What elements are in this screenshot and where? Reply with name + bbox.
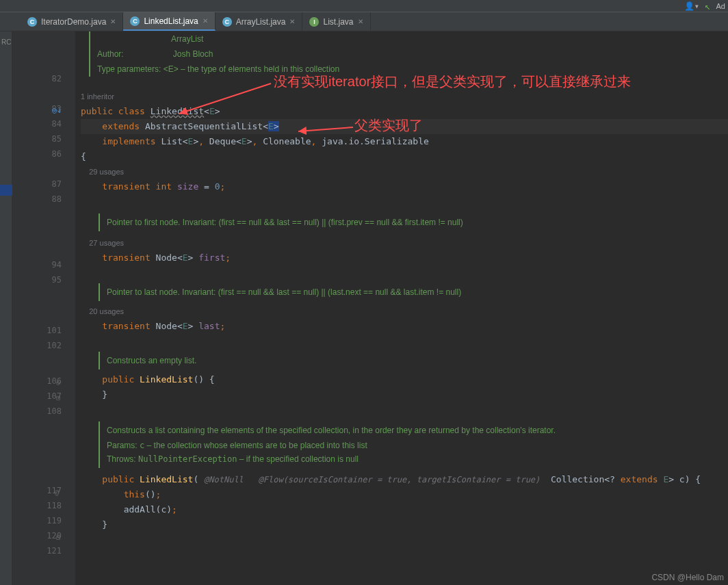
- line-num: 84: [12, 116, 62, 131]
- line-num: 101: [12, 323, 62, 338]
- line-num: 107⊟: [12, 389, 62, 404]
- line-num: 108: [12, 404, 62, 419]
- code-line-86[interactable]: {: [81, 149, 728, 164]
- svg-line-1: [298, 127, 353, 131]
- rc-label: RC: [1, 38, 11, 46]
- line-num: 86: [12, 146, 62, 161]
- doc-last-node: Pointer to last node. Invariant: (first …: [81, 281, 728, 304]
- code-line-101[interactable]: transient Node<E> last;: [81, 319, 728, 334]
- code-line-107[interactable]: }: [81, 387, 728, 402]
- left-marker: [0, 185, 12, 196]
- file-type-icon: C: [222, 17, 232, 27]
- tab-label: ArrayList.java: [236, 17, 286, 27]
- line-num: 119: [12, 513, 62, 528]
- editor-tabs: CIteratorDemo.java✕CLinkedList.java✕CArr…: [0, 12, 728, 31]
- line-num: 120⊟: [12, 528, 62, 543]
- file-type-icon: I: [309, 17, 319, 27]
- top-toolbar: 👤▾ ↖ Ad: [0, 0, 728, 12]
- code-line-94[interactable]: transient Node<E> first;: [81, 250, 728, 265]
- user-icon[interactable]: 👤▾: [684, 1, 699, 11]
- close-icon[interactable]: ✕: [358, 18, 363, 25]
- svg-line-0: [179, 83, 271, 114]
- annotation-mid: 父类实现了: [354, 116, 423, 135]
- code-line-119[interactable]: addAll(c);: [81, 502, 728, 517]
- line-num: 106⊖: [12, 374, 62, 389]
- tab-label: List.java: [323, 17, 353, 27]
- override-icon[interactable]: ◎↓: [52, 103, 60, 111]
- watermark: CSDN @Hello Dam: [651, 573, 724, 582]
- line-num: 83◎↓: [12, 101, 62, 116]
- tool-window-strip: RC: [0, 31, 12, 585]
- editor-area: RC 82 83◎↓ 84 85 86 87 88 94 95 101 102 …: [0, 31, 728, 585]
- line-num: 82: [12, 71, 62, 86]
- editor-tab[interactable]: IList.java✕: [302, 12, 370, 31]
- tab-label: IteratorDemo.java: [41, 17, 106, 27]
- line-num: 85: [12, 131, 62, 146]
- editor-tab[interactable]: CLinkedList.java✕: [123, 12, 215, 31]
- doc-first-node: Pointer to first node. Invariant: (first…: [81, 209, 728, 235]
- line-num: 118: [12, 498, 62, 513]
- line-num: 102: [12, 338, 62, 353]
- close-icon[interactable]: ✕: [289, 18, 295, 25]
- doc-empty-ctor: Constructs an empty list.: [81, 349, 728, 372]
- code-editor[interactable]: ArrayList Author:Josh Bloch Type paramet…: [75, 31, 728, 585]
- line-num: 88: [12, 192, 62, 207]
- annotation-top: 没有实现iterator接口，但是父类实现了，可以直接继承过来: [274, 73, 631, 91]
- usages-hint[interactable]: 27 usages: [81, 235, 728, 250]
- file-type-icon: C: [27, 17, 37, 27]
- line-num: 121: [12, 543, 62, 558]
- code-line-85[interactable]: implements List<E>, Deque<E>, Cloneable,…: [81, 134, 728, 149]
- usages-hint[interactable]: 20 usages: [81, 304, 728, 319]
- arrow-top: [177, 81, 272, 116]
- line-num: 94: [12, 257, 62, 272]
- close-icon[interactable]: ✕: [203, 17, 208, 25]
- arrow-mid: [296, 123, 354, 135]
- gutter: 82 83◎↓ 84 85 86 87 88 94 95 101 102 106…: [12, 31, 75, 585]
- line-num: 95: [12, 272, 62, 287]
- code-line-120[interactable]: }: [81, 517, 728, 532]
- code-line-106[interactable]: public LinkedList() {: [81, 372, 728, 387]
- line-num: 117@: [12, 483, 62, 498]
- code-line-118[interactable]: this();: [81, 487, 728, 502]
- usages-hint[interactable]: 29 usages: [81, 164, 728, 179]
- add-config-label[interactable]: Ad: [716, 2, 725, 10]
- tab-label: LinkedList.java: [144, 16, 198, 26]
- editor-tab[interactable]: CArrayList.java✕: [216, 12, 303, 31]
- code-line-87[interactable]: transient int size = 0;: [81, 179, 728, 194]
- doc-coll-ctor: Constructs a list containing the element…: [81, 417, 728, 472]
- search-icon[interactable]: ↖: [705, 1, 710, 12]
- file-type-icon: C: [130, 16, 140, 26]
- code-line-117[interactable]: public LinkedList( @NotNull @Flow(source…: [81, 472, 728, 487]
- line-num: 87: [12, 177, 62, 192]
- editor-tab[interactable]: CIteratorDemo.java✕: [21, 12, 123, 31]
- close-icon[interactable]: ✕: [110, 18, 116, 25]
